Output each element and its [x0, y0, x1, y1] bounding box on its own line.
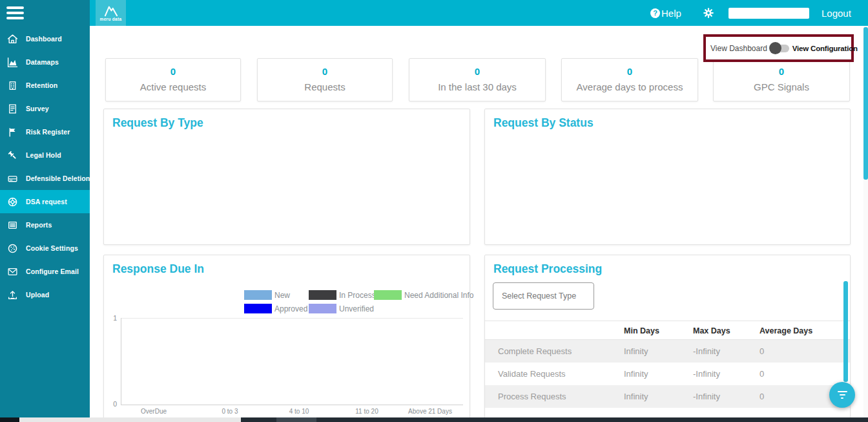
search-input[interactable]: [728, 8, 809, 19]
column-header-average-days: Average Days: [760, 326, 812, 335]
view-toggle-switch[interactable]: [770, 45, 789, 52]
building-icon: [7, 80, 18, 91]
y-axis-tick: 0: [107, 400, 117, 408]
panel-response-due-in: Response Due In New In Process Need Addi…: [103, 255, 470, 422]
view-configuration-label: View Configuration: [792, 45, 858, 52]
help-button[interactable]: ? Help: [650, 0, 681, 26]
sidebar-item-label: Upload: [26, 291, 49, 299]
sidebar-item-risk-register[interactable]: Risk Register: [0, 120, 90, 143]
brand-name: meru data: [100, 17, 122, 21]
mountain-icon: [103, 5, 119, 17]
x-axis-label: 0 to 3: [222, 408, 238, 415]
stat-card-average-days: 0 Average days to process: [561, 58, 698, 101]
sidebar-item-label: Defensible Deletion: [26, 174, 90, 182]
legend-item-in-process[interactable]: In Process: [309, 290, 376, 300]
sidebar-item-label: DSA request: [26, 198, 67, 206]
stat-card-requests: 0 Requests: [257, 58, 393, 101]
panel-title: Request Processing: [493, 262, 602, 276]
x-axis: [121, 405, 463, 405]
sidebar-item-survey[interactable]: Survey: [0, 97, 90, 120]
legend-item-new[interactable]: New: [244, 290, 290, 300]
gridline: [121, 318, 463, 319]
gear-icon[interactable]: [703, 7, 714, 21]
panel-scrollbar-thumb[interactable]: [843, 281, 848, 382]
legend-item-approved[interactable]: Approved: [244, 304, 307, 313]
sidebar-item-label: Survey: [26, 105, 49, 112]
sidebar-item-label: Risk Register: [26, 128, 70, 136]
stat-value: 0: [714, 66, 849, 77]
legend-swatch: [309, 290, 336, 300]
request-type-select[interactable]: Select Request Type: [493, 282, 594, 310]
upload-icon: [7, 290, 18, 301]
sidebar-item-configure-email[interactable]: Configure Email: [0, 260, 90, 283]
processing-table: Min Days Max Days Average Days Complete …: [485, 321, 850, 408]
stat-label: Active requests: [106, 81, 240, 92]
scrollbar-segment: [276, 417, 316, 422]
stat-card-active-requests: 0 Active requests: [105, 58, 241, 101]
drive-icon: [7, 173, 18, 184]
envelope-icon: [7, 266, 18, 277]
table-row: Process Requests Infinity -Infinity 0: [485, 385, 850, 408]
scrollbar-thumb[interactable]: [19, 417, 241, 422]
sidebar-item-label: Datamaps: [26, 58, 59, 66]
help-icon: ?: [650, 8, 660, 18]
panel-title: Response Due In: [112, 262, 204, 276]
sidebar-item-datamaps[interactable]: Datamaps: [0, 50, 90, 74]
table-header-row: Min Days Max Days Average Days: [485, 321, 850, 340]
x-axis-label: OverDue: [141, 408, 167, 415]
x-axis-label: Above 21 Days: [408, 408, 452, 415]
stat-card-last-30-days: 0 In the last 30 days: [409, 58, 546, 101]
flag-icon: [7, 127, 18, 138]
legend-swatch: [244, 304, 272, 313]
panel-title: Request By Status: [493, 116, 594, 130]
scrollbar-thumb[interactable]: [863, 27, 868, 180]
scrollbar-left-button[interactable]: [0, 417, 19, 422]
stat-value: 0: [562, 66, 698, 77]
view-dashboard-label: View Dashboard: [710, 44, 767, 53]
table-row: Complete Requests Infinity -Infinity 0: [485, 340, 850, 363]
logout-button[interactable]: Logout: [822, 0, 851, 26]
sidebar-item-label: Configure Email: [26, 268, 79, 275]
sidebar-item-upload[interactable]: Upload: [0, 283, 90, 306]
document-icon: [7, 103, 18, 114]
sidebar-item-label: Reports: [26, 221, 52, 229]
panel-title: Request By Type: [112, 116, 203, 130]
sidebar-item-label: Cookie Settings: [26, 244, 78, 252]
sidebar-nav: Dashboard Datamaps Retention Survey Risk…: [0, 27, 90, 306]
stat-label: Requests: [258, 81, 392, 92]
brand-logo[interactable]: meru data: [96, 0, 126, 26]
sidebar-item-cookie-settings[interactable]: Cookie Settings: [0, 237, 90, 260]
sidebar-item-dsa-request[interactable]: DSA request: [0, 190, 90, 213]
list-icon: [7, 220, 18, 231]
legend-item-need-additional-info[interactable]: Need Additional Info: [374, 290, 473, 300]
menu-icon[interactable]: [6, 6, 24, 22]
sidebar-item-retention[interactable]: Retention: [0, 74, 90, 97]
legend-item-unverified[interactable]: Unverified: [309, 304, 374, 313]
sidebar-item-legal-hold[interactable]: Legal Hold: [0, 143, 90, 167]
filter-button[interactable]: [829, 382, 855, 408]
sidebar-item-reports[interactable]: Reports: [0, 213, 90, 237]
legend-swatch: [244, 290, 272, 300]
y-axis-tick: 1: [107, 314, 117, 322]
sidebar: Dashboard Datamaps Retention Survey Risk…: [0, 0, 90, 422]
area-chart-icon: [7, 57, 18, 68]
stat-label: GPC Signals: [714, 81, 849, 92]
table-row: Validate Requests Infinity -Infinity 0: [485, 363, 850, 385]
sidebar-item-defensible-deletion[interactable]: Defensible Deletion: [0, 167, 90, 190]
x-axis-label: 11 to 20: [355, 408, 378, 415]
legend-swatch: [374, 290, 402, 300]
stat-label: In the last 30 days: [409, 81, 545, 92]
page-vertical-scrollbar[interactable]: [863, 26, 868, 422]
y-axis: [121, 318, 121, 405]
column-header-max-days: Max Days: [693, 326, 730, 335]
panel-request-by-status: Request By Status: [484, 109, 851, 245]
topbar: meru data ? Help Logout: [90, 0, 868, 26]
filter-icon: [838, 391, 847, 392]
sidebar-item-dashboard[interactable]: Dashboard: [0, 27, 90, 50]
page-horizontal-scrollbar[interactable]: [0, 417, 868, 422]
column-header-min-days: Min Days: [624, 326, 659, 335]
view-toggle: View Dashboard View Configuration: [703, 34, 854, 62]
stat-value: 0: [409, 66, 545, 77]
x-axis-label: 4 to 10: [289, 408, 309, 415]
home-icon: [7, 34, 18, 45]
